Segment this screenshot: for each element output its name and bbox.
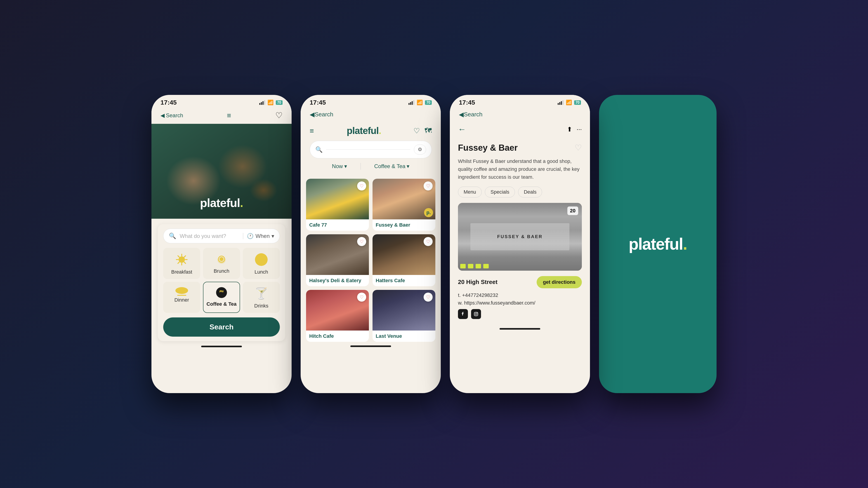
hitch-heart[interactable]: ♡: [357, 293, 366, 302]
fussey-heart[interactable]: ♡: [424, 182, 433, 191]
venue-title: Fussey & Baer: [458, 143, 518, 153]
nav-bar-1: ◀ Search ≡ ♡: [151, 108, 291, 124]
wifi-icon-3: 📶: [566, 100, 572, 105]
fussey-image: ♡ p.: [373, 179, 435, 219]
chevron-down-icon-1: ▾: [272, 233, 274, 239]
back-arrow-venue[interactable]: ←: [458, 125, 466, 134]
svg-line-7: [184, 256, 186, 257]
signal-icon-2: [408, 100, 414, 105]
restaurant-card-halsey[interactable]: ♡ Halsey's Deli & Eatery: [306, 234, 369, 286]
heart-icon-1[interactable]: ♡: [275, 111, 283, 120]
search-placeholder-1[interactable]: What do you want?: [180, 233, 239, 239]
category-breakfast[interactable]: Breakfast: [163, 248, 200, 279]
hatters-heart[interactable]: ♡: [424, 237, 433, 246]
nav-back-1[interactable]: ◀ Search: [160, 112, 183, 119]
search-row-2[interactable]: 🔍 ⚙: [310, 141, 432, 158]
deals-tag[interactable]: Deals: [518, 187, 542, 197]
halsey-image: ♡: [306, 234, 369, 275]
venue-phone[interactable]: t. +447724298232: [458, 292, 582, 298]
chevron-coffee: ▾: [407, 163, 409, 169]
filter-options-pill[interactable]: ⚙: [414, 144, 426, 155]
brand-logo: plateful.: [629, 235, 687, 253]
phone-4-brand: plateful.: [599, 95, 717, 393]
hatters-name: Hatters Cafe: [373, 275, 435, 286]
logo-dot-2: .: [379, 125, 381, 136]
filter-coffee-tea[interactable]: Coffee & Tea ▾: [374, 163, 410, 170]
svg-line-8: [178, 262, 179, 263]
venue-address-row: 20 High Street get directions: [458, 276, 582, 288]
restaurant-card-hitch[interactable]: ♡ Hitch Cafe: [306, 290, 369, 342]
lunch-icon: [255, 253, 268, 266]
filter-coffee-label: Coffee & Tea: [374, 163, 405, 169]
venue-title-row: Fussey & Baer ♡: [458, 143, 582, 153]
specials-tag[interactable]: Specials: [485, 187, 515, 197]
last-heart[interactable]: ♡: [424, 293, 433, 302]
search-button-1[interactable]: Search: [163, 318, 280, 337]
cafe77-heart[interactable]: ♡: [357, 182, 366, 191]
restaurant-card-hatters[interactable]: ♡ Hatters Cafe: [373, 234, 435, 286]
hero-image-1: plateful.: [151, 124, 291, 219]
venue-heart[interactable]: ♡: [575, 143, 582, 153]
category-dinner[interactable]: Dinner: [163, 282, 200, 313]
search-icon-1: 🔍: [169, 232, 176, 239]
filter-row-2: Now ▾ Coffee & Tea ▾: [310, 163, 432, 170]
category-dinner-label: Dinner: [175, 297, 189, 303]
hamburger-2[interactable]: ≡: [310, 127, 314, 135]
back-arrow-3[interactable]: ◀: [459, 111, 464, 118]
venue-social: [458, 309, 582, 319]
home-indicator-1: [201, 346, 242, 347]
venue-description: Whilst Fussey & Baer understand that a g…: [458, 157, 582, 181]
nav-back-text-3: Search: [464, 111, 483, 118]
restaurant-card-last[interactable]: ♡ Last Venue: [373, 290, 435, 342]
halsey-heart[interactable]: ♡: [357, 237, 366, 246]
cafe77-image: ♡: [306, 179, 369, 219]
nav-bar-3: ◀ Search: [450, 108, 590, 122]
restaurant-card-cafe77[interactable]: ♡ Cafe 77: [306, 179, 369, 231]
category-lunch[interactable]: Lunch: [243, 248, 280, 279]
battery-2: 70: [425, 100, 432, 105]
phone3-action-bar: ← ⬆ ···: [450, 122, 590, 138]
directions-button[interactable]: get directions: [537, 276, 582, 288]
category-coffee-tea[interactable]: Coffee & Tea: [203, 282, 240, 313]
when-pill-1[interactable]: 🕐 When ▾: [247, 233, 274, 239]
search-row-1[interactable]: 🔍 What do you want? 🕐 When ▾: [163, 229, 280, 243]
back-arrow-2[interactable]: ◀: [310, 111, 315, 118]
category-drinks[interactable]: 🍸 Drinks: [243, 282, 280, 313]
restaurant-card-fussey[interactable]: ♡ p. Fussey & Baer: [373, 179, 435, 231]
phone2-action-icons: ♡ 🗺: [413, 127, 432, 135]
venue-hero-image: FUSSEY & BAER 20: [458, 203, 582, 271]
home-indicator-2: [350, 346, 391, 347]
brand-dot: .: [683, 235, 687, 253]
coffee-icon: [216, 287, 227, 298]
fussey-storefront: FUSSEY & BAER 20: [458, 203, 582, 271]
hamburger-menu-1[interactable]: ≡: [227, 111, 232, 120]
home-indicator-3: [500, 328, 540, 330]
status-bar-3: 17:45 📶 70: [450, 95, 590, 108]
heart-icon-2[interactable]: ♡: [413, 127, 420, 135]
category-coffee-label: Coffee & Tea: [207, 301, 237, 307]
search-icon-2: 🔍: [315, 146, 322, 153]
hitch-name: Hitch Cafe: [306, 330, 369, 342]
status-icons-1: 📶 70: [259, 100, 283, 105]
restaurant-grid: ♡ Cafe 77 ♡ p. Fussey & Baer ♡ Halsey's …: [301, 179, 441, 342]
status-icons-3: 📶 70: [558, 100, 581, 105]
signal-icon-1: [259, 100, 265, 105]
wifi-icon-1: 📶: [268, 100, 274, 105]
share-icon-3[interactable]: ⬆: [567, 126, 572, 133]
chevron-now: ▾: [344, 163, 347, 169]
category-brunch[interactable]: Brunch: [203, 248, 240, 279]
venue-website[interactable]: w. https://www.fusseyandbaer.com/: [458, 300, 582, 306]
battery-1: 70: [276, 100, 283, 105]
clock-icon-1: 🕐: [247, 233, 254, 239]
more-icon-3[interactable]: ···: [577, 126, 582, 133]
svg-line-6: [184, 262, 186, 263]
category-grid-1: Breakfast Brunch Lunch: [163, 248, 280, 313]
facebook-svg: [460, 312, 465, 317]
venue-address: 20 High Street: [458, 279, 498, 286]
menu-tag[interactable]: Menu: [458, 187, 482, 197]
map-icon-2[interactable]: 🗺: [425, 127, 432, 135]
instagram-icon[interactable]: [471, 309, 481, 319]
filter-now[interactable]: Now ▾: [332, 163, 347, 170]
svg-point-13: [475, 313, 477, 315]
facebook-icon[interactable]: [458, 309, 468, 319]
